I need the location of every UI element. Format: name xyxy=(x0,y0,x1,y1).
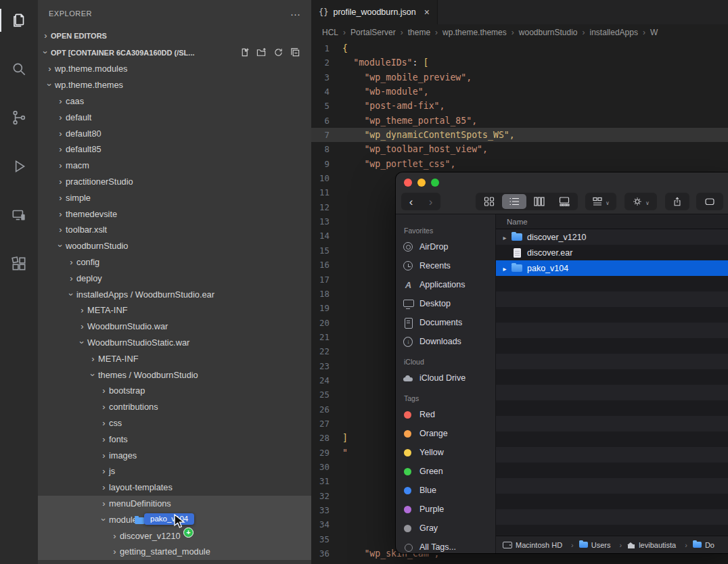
finder-sidebar-item[interactable]: AirDrop xyxy=(396,237,495,256)
gallery-view-button[interactable] xyxy=(552,194,576,209)
tree-item[interactable]: fonts xyxy=(38,431,311,447)
finder-file-row[interactable]: pako_v104 xyxy=(496,260,728,276)
tree-item[interactable]: getting_started_module xyxy=(38,544,311,560)
breadcrumb-item[interactable]: woodburnStudio xyxy=(519,28,590,37)
tree-item[interactable]: macm xyxy=(38,158,311,174)
tree-item[interactable]: caas xyxy=(38,93,311,110)
finder-sidebar-item[interactable]: Applications xyxy=(396,275,495,294)
path-bar-item[interactable]: Users xyxy=(579,541,627,549)
tree-item[interactable]: simple xyxy=(38,189,311,206)
open-editors-section[interactable]: OPEN EDITORS xyxy=(38,27,311,44)
tree-item[interactable]: discover_v1210 xyxy=(38,527,311,544)
explorer-icon[interactable] xyxy=(4,7,34,34)
disclosure-triangle-icon[interactable] xyxy=(500,264,509,273)
minimize-window-button[interactable] xyxy=(417,179,426,187)
finder-sidebar-item[interactable]: Documents xyxy=(396,313,495,332)
search-icon[interactable] xyxy=(4,55,34,83)
disclosure-triangle-icon[interactable] xyxy=(500,233,509,242)
workspace-section[interactable]: OPT [CONTAINER 6CA309A160DD (/SL... xyxy=(38,44,311,61)
tree-item[interactable]: default85 xyxy=(38,141,311,158)
tree-item[interactable]: toolbar.xslt xyxy=(38,222,311,238)
path-bar-item[interactable]: levibautista xyxy=(627,541,693,549)
forward-button[interactable]: › xyxy=(421,196,440,208)
tree-item[interactable]: WoodburnStudioStatic.war xyxy=(38,335,311,351)
column-view-button[interactable] xyxy=(527,194,551,209)
code-line[interactable]: 5 "post-amd-fix", xyxy=(311,99,728,113)
tree-item[interactable]: META-INF xyxy=(38,350,311,367)
group-by-button[interactable] xyxy=(585,193,616,210)
tree-item[interactable]: META-INF xyxy=(38,302,311,319)
finder-sidebar-item[interactable]: All Tags... xyxy=(396,538,495,553)
icon-view-button[interactable] xyxy=(477,194,501,209)
code-line[interactable]: 8 "wp_toolbar_host_view", xyxy=(311,142,728,156)
share-button[interactable] xyxy=(665,193,689,210)
breadcrumb-item[interactable]: installedApps xyxy=(590,28,650,37)
tree-item[interactable]: images xyxy=(38,447,311,463)
tree-item[interactable]: config xyxy=(38,254,311,271)
finder-sidebar-item[interactable]: Orange xyxy=(396,424,495,443)
tree-item[interactable]: js xyxy=(38,463,311,479)
tree-item[interactable]: woodburnStudio xyxy=(38,238,311,254)
code-line[interactable]: 2 "moduleIDs": [ xyxy=(311,55,728,70)
tab-profile-woodburn-json[interactable]: {} profile_woodburn.json × xyxy=(311,0,438,24)
code-line[interactable]: 6 "wp_theme_portal_85", xyxy=(311,114,728,128)
tree-item[interactable]: WoodburnStudio.war xyxy=(38,319,311,335)
code-line[interactable]: 4 "wb-module", xyxy=(311,85,728,99)
tags-button[interactable] xyxy=(696,193,723,210)
close-window-button[interactable] xyxy=(404,179,412,187)
breadcrumb-item[interactable]: theme xyxy=(408,28,442,37)
name-column-header[interactable]: Name xyxy=(496,214,728,229)
code-line[interactable]: 1 { xyxy=(311,41,728,55)
finder-file-row[interactable]: discover_v1210 xyxy=(496,229,728,245)
finder-sidebar-item[interactable]: Recents xyxy=(396,256,495,275)
breadcrumb-item[interactable]: wp.theme.themes xyxy=(442,28,519,37)
breadcrumb-item[interactable]: PortalServer xyxy=(350,28,408,37)
breadcrumb-item[interactable]: W xyxy=(650,28,667,37)
tree-item[interactable]: wp.theme.modules xyxy=(38,61,311,77)
tree-item[interactable]: css xyxy=(38,415,311,431)
tree-item[interactable]: themes / WoodburnStudio xyxy=(38,367,311,383)
tree-item[interactable]: practitionerStudio xyxy=(38,174,311,190)
path-bar-item[interactable]: Macintosh HD xyxy=(503,541,579,549)
source-control-icon[interactable] xyxy=(4,104,34,131)
tree-item[interactable]: menuDefinitions xyxy=(38,496,311,512)
more-actions-button[interactable]: ··· xyxy=(290,8,300,20)
run-debug-icon[interactable] xyxy=(4,153,34,180)
finder-sidebar-item[interactable]: Desktop xyxy=(396,294,495,313)
finder-sidebar-item[interactable]: Green xyxy=(396,462,495,481)
tree-item[interactable]: deploy xyxy=(38,270,311,286)
finder-sidebar-item[interactable]: Red xyxy=(396,405,495,424)
code-line[interactable]: 3 "wp_mobile_preview", xyxy=(311,70,728,85)
tree-item[interactable]: default80 xyxy=(38,125,311,141)
new-folder-icon[interactable] xyxy=(256,47,267,58)
finder-sidebar-item[interactable]: Gray xyxy=(396,519,495,538)
tree-item[interactable]: installedApps / WoodburnStudio.ear xyxy=(38,286,311,302)
finder-sidebar-item[interactable]: Purple xyxy=(396,500,495,519)
tree-item[interactable]: themedevsite xyxy=(38,206,311,222)
finder-sidebar-item[interactable]: Yellow xyxy=(396,443,495,462)
finder-file-row[interactable]: discover.ear xyxy=(496,245,728,260)
remote-explorer-icon[interactable] xyxy=(4,202,34,229)
chevron-icon xyxy=(77,321,87,331)
refresh-icon[interactable] xyxy=(273,47,283,58)
breadcrumb-item[interactable]: HCL xyxy=(322,28,350,37)
tree-item[interactable]: wp.theme.themes xyxy=(38,77,311,93)
zoom-window-button[interactable] xyxy=(431,179,439,187)
collapse-all-icon[interactable] xyxy=(290,47,300,58)
tree-item[interactable]: default xyxy=(38,109,311,125)
new-file-icon[interactable] xyxy=(239,47,250,58)
extensions-icon[interactable] xyxy=(4,250,34,277)
tree-item[interactable]: layout-templates xyxy=(38,479,311,496)
finder-sidebar-item[interactable]: iCloud Drive xyxy=(396,369,495,387)
code-line[interactable]: 7 "wp_dynamicContentSpots_WS", xyxy=(311,128,728,142)
path-bar-item[interactable]: Do xyxy=(693,541,728,549)
finder-sidebar-item[interactable]: Downloads xyxy=(396,332,495,351)
list-view-button[interactable] xyxy=(502,194,526,209)
tree-item[interactable]: contributions xyxy=(38,399,311,415)
back-button[interactable]: ‹ xyxy=(401,196,421,208)
code-line[interactable]: 9 "wp_portlet_css", xyxy=(311,157,728,171)
tree-item[interactable]: bootstrap xyxy=(38,383,311,399)
close-tab-icon[interactable]: × xyxy=(424,7,430,18)
finder-sidebar-item[interactable]: Blue xyxy=(396,481,495,500)
action-menu-button[interactable] xyxy=(624,193,657,210)
